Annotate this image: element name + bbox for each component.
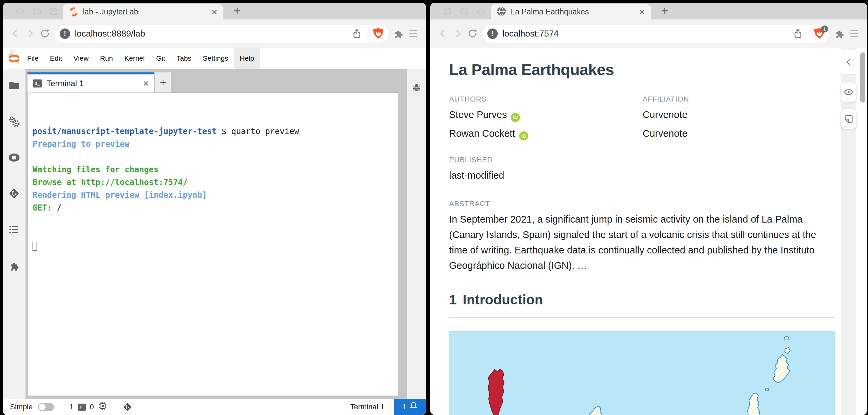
- terminal-line: posit/manuscript-template-jupyter-test $…: [33, 125, 398, 138]
- orcid-icon[interactable]: iD: [519, 131, 528, 140]
- site-info-icon[interactable]: !: [60, 29, 70, 39]
- notifications-status[interactable]: 1: [394, 399, 426, 415]
- simple-mode-label: Simple: [10, 403, 33, 411]
- window-controls: [444, 8, 485, 15]
- preview-side-rail: [841, 47, 856, 415]
- git-icon[interactable]: [8, 188, 20, 200]
- abstract-text: In September 2021, a significant jump in…: [449, 212, 835, 273]
- terminal-text: posit/manuscript-template-jupyter-test: [33, 127, 217, 136]
- terminal-icon: $_: [33, 79, 42, 88]
- close-window-button[interactable]: [444, 8, 452, 15]
- window-controls: [16, 8, 57, 15]
- section-rule: [449, 317, 835, 318]
- jupyter-logo-icon: [7, 51, 22, 66]
- forward-icon[interactable]: [451, 26, 465, 41]
- terminal-line: Browse at http://localhost:7574/: [33, 176, 398, 189]
- orcid-icon[interactable]: iD: [511, 113, 520, 122]
- menu-item-edit[interactable]: Edit: [44, 47, 68, 69]
- jl-menu-items: FileEditViewRunKernelGitTabsSettingsHelp: [22, 47, 260, 69]
- git-status-icon[interactable]: [123, 402, 132, 412]
- collapse-panel-button[interactable]: [841, 50, 856, 75]
- tab-title: lab - JupyterLab: [83, 7, 207, 17]
- minimize-window-button[interactable]: [33, 8, 40, 15]
- brave-shields-icon[interactable]: [372, 26, 385, 41]
- reload-icon[interactable]: [465, 26, 480, 41]
- author-name: Rowan CockettiD: [449, 125, 643, 144]
- notes-button[interactable]: [841, 109, 856, 129]
- file-browser-icon[interactable]: [8, 81, 20, 92]
- property-inspector-gears-icon[interactable]: [8, 116, 20, 129]
- terminal-panel[interactable]: posit/manuscript-template-jupyter-test $…: [28, 93, 398, 395]
- extensions-puzzle-icon[interactable]: [391, 26, 406, 41]
- menu-item-settings[interactable]: Settings: [197, 47, 234, 69]
- table-of-contents-icon[interactable]: [8, 225, 20, 236]
- share-icon[interactable]: [349, 26, 364, 41]
- menu-item-kernel[interactable]: Kernel: [119, 47, 151, 69]
- terminal-text: /: [57, 203, 61, 213]
- extension-manager-icon[interactable]: [8, 260, 20, 273]
- terminal-line: [33, 151, 398, 163]
- menu-item-git[interactable]: Git: [150, 47, 171, 69]
- menu-hamburger-icon[interactable]: [406, 26, 421, 41]
- close-tab-icon[interactable]: ×: [211, 7, 217, 17]
- author-affiliation: Curvenote: [643, 106, 835, 125]
- jl-activity-bar: [3, 69, 26, 399]
- reload-icon[interactable]: [37, 26, 52, 41]
- new-tab-button[interactable]: +: [234, 4, 241, 18]
- menu-item-run[interactable]: Run: [94, 47, 119, 69]
- jl-tabbar: $_ Terminal 1 × +: [26, 69, 407, 93]
- authors-label: AUTHORS: [449, 95, 643, 104]
- menu-item-tabs[interactable]: Tabs: [171, 47, 197, 69]
- menu-item-file[interactable]: File: [22, 47, 44, 69]
- forward-icon[interactable]: [23, 26, 37, 41]
- visibility-eye-button[interactable]: [841, 83, 856, 102]
- terminal-tab-label: Terminal 1: [46, 79, 138, 88]
- zoom-window-button[interactable]: [50, 8, 57, 15]
- extensions-puzzle-icon[interactable]: [832, 26, 847, 41]
- bell-icon: [409, 402, 417, 412]
- brave-shields-icon[interactable]: 1: [813, 26, 826, 41]
- back-icon[interactable]: [436, 26, 451, 41]
- jl-status-bar: Simple 1 $_ 0 Terminal 1 1: [3, 399, 426, 415]
- terminal-link[interactable]: http://localhost:7574/: [81, 178, 188, 187]
- debugger-bug-icon[interactable]: [412, 83, 421, 94]
- preview-browser-window: La Palma Earthquakes × + ! localhost:757…: [430, 3, 867, 415]
- simple-mode-toggle[interactable]: [38, 403, 54, 411]
- back-icon[interactable]: [8, 26, 23, 41]
- terminal-output: posit/manuscript-template-jupyter-test $…: [33, 125, 398, 214]
- right-tabstrip: La Palma Earthquakes × +: [430, 3, 867, 20]
- site-info-icon[interactable]: !: [487, 29, 498, 39]
- left-tabstrip: lab - JupyterLab × +: [3, 3, 426, 20]
- running-kernels-icon[interactable]: [8, 153, 20, 164]
- address-bar[interactable]: ! localhost:7574 1: [483, 25, 830, 42]
- manuscript-page: La Palma Earthquakes AUTHORS AFFILIATION…: [430, 47, 867, 415]
- active-widget-label[interactable]: Terminal 1: [350, 403, 384, 411]
- new-tab-button[interactable]: +: [661, 4, 669, 18]
- abstract-block: ABSTRACT In September 2021, a significan…: [449, 199, 835, 273]
- close-tab-icon[interactable]: ×: [639, 7, 645, 17]
- browser-tab-la-palma[interactable]: La Palma Earthquakes ×: [491, 4, 651, 20]
- zoom-window-button[interactable]: [477, 8, 485, 15]
- url-text[interactable]: localhost:8889/lab: [75, 29, 349, 39]
- terminal-tab[interactable]: $_ Terminal 1 ×: [28, 72, 154, 93]
- close-window-button[interactable]: [16, 8, 24, 15]
- terminal-cursor: [33, 242, 37, 251]
- close-terminal-tab-icon[interactable]: ×: [143, 78, 149, 89]
- browser-tab-jupyterlab[interactable]: lab - JupyterLab ×: [63, 4, 223, 20]
- url-text[interactable]: localhost:7574: [502, 29, 790, 39]
- add-tab-button[interactable]: +: [155, 72, 171, 93]
- page-scrollbar[interactable]: [860, 52, 865, 103]
- menu-item-view[interactable]: View: [68, 47, 94, 69]
- terminal-text: GET:: [33, 203, 57, 213]
- share-icon[interactable]: [790, 26, 805, 41]
- published-label: PUBLISHED: [449, 156, 835, 164]
- menu-hamburger-icon[interactable]: [847, 26, 862, 41]
- affiliation-label: AFFILIATION: [643, 95, 835, 104]
- section-title: Introduction: [463, 292, 543, 308]
- terminal-text: Preparing to preview: [33, 139, 129, 149]
- minimize-window-button[interactable]: [461, 8, 468, 15]
- running-sessions-status[interactable]: 1 $_ 0: [69, 401, 107, 413]
- menu-item-help[interactable]: Help: [234, 47, 260, 69]
- jupyterlab-browser-window: lab - JupyterLab × + ! localhost:8889/la…: [3, 3, 426, 415]
- address-bar[interactable]: ! localhost:8889/lab: [55, 25, 389, 42]
